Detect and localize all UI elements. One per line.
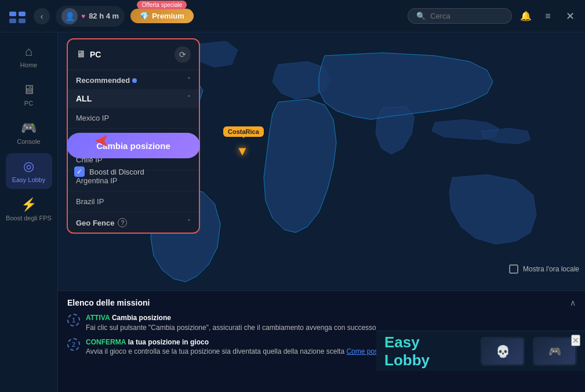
boost-discord-checkbox[interactable]: ✓ — [74, 166, 85, 177]
sidebar-item-easy-lobby[interactable]: ◎ Easy Lobby — [6, 153, 52, 189]
premium-diamond-icon: 💎 — [140, 12, 149, 20]
mission-num-2: 2 — [67, 338, 80, 351]
mission-action-2: la tua posizione in gioco — [128, 338, 209, 346]
premium-label: Premium — [152, 12, 184, 20]
arrow-indicator-icon: ➤ — [94, 130, 110, 153]
recommended-section-header[interactable]: Recommended ˅ — [68, 70, 199, 89]
topbar-icons: 🔔 ≡ ✕ — [518, 8, 578, 24]
geo-help-icon: ? — [118, 218, 127, 227]
mission-item-1: 1 ATTIVA Cambia posizione Fai clic sul p… — [67, 313, 576, 333]
ip-item-mexico[interactable]: Mexico IP — [68, 108, 199, 129]
sidebar-item-label: PC — [24, 100, 33, 107]
sidebar: ⌂ Home 🖥 PC 🎮 Console ◎ Easy Lobby ⚡ Boo… — [0, 32, 58, 392]
panel-title-text: PC — [90, 50, 101, 59]
menu-button[interactable]: ≡ — [540, 8, 556, 24]
topbar: ‹ 👤 ♥ 82 h 4 m 💎 Premium Offerta special… — [0, 0, 585, 32]
map-tooltip: CostaRica — [223, 126, 264, 137]
mission-desc-1: Fai clic sul pulsante "Cambia posizione"… — [86, 324, 376, 332]
notif-close-button[interactable]: ✕ — [571, 335, 580, 346]
ip-list: Mexico IP CostaRica Chile IP Argentina I… — [68, 108, 199, 212]
home-icon: ⌂ — [25, 44, 32, 59]
panel-title: 🖥 PC — [76, 49, 101, 60]
local-time-label: Mostra l'ora locale — [523, 265, 579, 273]
notif-thumbnail-1: 💀 — [481, 337, 525, 366]
mission-collapse-button[interactable]: ∧ — [570, 298, 576, 307]
sidebar-item-label: Easy Lobby — [12, 176, 45, 183]
boost-discord-row[interactable]: ✓ Boost di Discord — [74, 166, 144, 177]
svg-rect-0 — [9, 12, 16, 16]
geo-fence-chevron-icon: ˅ — [187, 219, 191, 227]
recommended-chevron-icon: ˅ — [187, 77, 191, 85]
svg-rect-3 — [19, 19, 26, 23]
notification-button[interactable]: 🔔 — [518, 8, 534, 24]
all-section-header[interactable]: ALL ˄ — [68, 89, 199, 108]
svg-rect-2 — [9, 19, 16, 23]
search-input[interactable] — [430, 12, 500, 20]
panel-header: 🖥 PC ⟳ — [68, 39, 199, 70]
mission-status-attiva: ATTIVA — [86, 314, 110, 322]
geo-fence-header[interactable]: Geo Fence ? ˅ — [68, 212, 199, 233]
user-time: 82 h 4 m — [89, 12, 119, 20]
map-pin: ▼ — [236, 144, 249, 159]
app-logo — [7, 6, 28, 27]
console-icon: 🎮 — [21, 121, 37, 136]
svg-rect-1 — [19, 12, 26, 16]
all-label: ALL — [76, 94, 92, 103]
map-area: CostaRica ▼ Mostra l'ora locale 🖥 PC ⟳ R… — [58, 32, 585, 291]
sidebar-item-label: Home — [20, 61, 37, 68]
all-chevron-icon: ˄ — [187, 95, 191, 103]
main-area: CostaRica ▼ Mostra l'ora locale 🖥 PC ⟳ R… — [58, 32, 585, 392]
notif-title: Easy Lobby — [384, 333, 464, 369]
ip-item-brazil[interactable]: Brazil IP — [68, 191, 199, 212]
mission-action-1: Cambia posizione — [112, 314, 171, 322]
search-bar: 🔍 — [408, 8, 512, 24]
premium-button[interactable]: 💎 Premium — [130, 9, 194, 23]
boost-discord-label: Boost di Discord — [89, 168, 144, 176]
local-time-checkbox[interactable] — [509, 264, 518, 274]
easy-lobby-notification: Easy Lobby 💀 🎮 ✕ — [376, 331, 585, 371]
hearts-icon: ♥ — [81, 12, 85, 20]
mission-title: Elenco delle missioni — [67, 298, 150, 307]
sidebar-item-pc[interactable]: 🖥 PC — [6, 77, 52, 112]
notif-thumbnail-2: 🎮 — [533, 337, 577, 366]
easy-lobby-icon: ◎ — [23, 159, 34, 174]
recommended-label: Recommended — [76, 76, 137, 85]
refresh-button[interactable]: ⟳ — [175, 46, 191, 63]
mission-text-1: ATTIVA Cambia posizione Fai clic sul pul… — [86, 313, 376, 333]
pc-icon: 🖥 — [23, 82, 35, 97]
user-info[interactable]: 👤 ♥ 82 h 4 m — [56, 6, 125, 27]
avatar: 👤 — [61, 8, 78, 24]
mission-status-confirma: CONFERMA — [86, 338, 126, 346]
sidebar-item-label: Console — [17, 138, 40, 145]
boost-fps-icon: ⚡ — [21, 197, 37, 212]
change-position-button[interactable]: Cambia posizione — [67, 133, 200, 158]
sidebar-item-console[interactable]: 🎮 Console — [6, 115, 52, 151]
sidebar-item-boost-fps[interactable]: ⚡ Boost degli FPS — [6, 191, 52, 227]
geo-fence-label: Geo Fence ? — [76, 218, 127, 227]
mission-num-1: 1 — [67, 314, 80, 326]
sidebar-item-label: Boost degli FPS — [6, 215, 52, 222]
mission-header: Elenco delle missioni ∧ — [67, 298, 576, 307]
close-button[interactable]: ✕ — [562, 8, 578, 24]
local-time-row[interactable]: Mostra l'ora locale — [509, 264, 579, 274]
offerta-badge: Offerta speciale — [137, 1, 187, 9]
search-icon: 🔍 — [416, 12, 426, 20]
mission-desc-2: Avvia il gioco e controlla se la tua pos… — [86, 347, 344, 355]
back-button[interactable]: ‹ — [34, 8, 50, 24]
sidebar-item-home[interactable]: ⌂ Home — [6, 38, 52, 74]
recommended-dot — [132, 78, 137, 83]
monitor-icon: 🖥 — [76, 49, 85, 60]
